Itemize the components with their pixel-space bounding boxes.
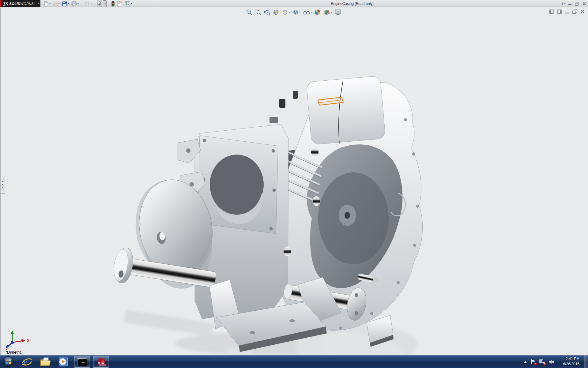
network-button[interactable]: ✕ (539, 359, 545, 365)
new-document-button[interactable]: ▾ (43, 0, 51, 7)
boss (270, 117, 278, 123)
window-title: EngineCasing [Read-only] (331, 2, 373, 6)
quick-access-toolbar: ▾ ▾ ▾ ▾ ▾ ▾ (43, 0, 133, 7)
rebuild-button[interactable] (111, 0, 115, 7)
options-button[interactable]: ▾ (124, 0, 133, 7)
taskbar-command-prompt[interactable]: C:\ (74, 356, 90, 368)
open-button[interactable]: ▾ (52, 0, 61, 7)
view-settings-button[interactable]: ▾ (334, 9, 344, 16)
options-dropdown-arrow-icon[interactable]: ▾ (131, 2, 132, 5)
restore-button[interactable] (575, 2, 579, 6)
orientation-triad: X (3, 330, 31, 350)
graphics-area[interactable]: ▾ ▾ ▾ ▾ ▾ (0, 8, 588, 355)
undo-icon (84, 1, 90, 6)
hide-show-items-icon (303, 9, 310, 16)
collapse-left-pane-button[interactable] (549, 10, 554, 14)
select-dropdown-arrow-icon: ▾ (104, 2, 106, 5)
toolbar-strip-divider (1, 17, 588, 17)
zoom-to-fit-icon (246, 9, 253, 16)
block-bolt (284, 247, 291, 256)
help-dropdown-arrow-icon[interactable]: ▾ (564, 2, 565, 5)
select-button[interactable] (97, 0, 102, 7)
display-style-dropdown-icon[interactable]: ▾ (300, 11, 301, 13)
close-icon (582, 2, 586, 6)
view-orientation-label: *Dimetric (6, 350, 22, 355)
expand-pane-arrow-icon (2, 181, 3, 182)
volume-button[interactable] (548, 359, 554, 365)
close-button[interactable] (582, 2, 586, 6)
taskbar-media-player[interactable] (56, 356, 72, 368)
triad-x-label: X (27, 339, 29, 343)
heads-up-view-toolbar: ▾ ▾ ▾ ▾ ▾ (246, 9, 344, 16)
zoom-to-fit-button[interactable] (246, 9, 253, 16)
solidworks-2015-icon: S W 2015 (96, 357, 106, 367)
media-player-icon (58, 357, 69, 367)
show-desktop-button[interactable] (584, 355, 588, 368)
network-error-badge: ✕ (543, 362, 546, 365)
zoom-to-area-icon (255, 9, 262, 16)
new-dropdown-arrow-icon[interactable]: ▾ (49, 2, 51, 5)
action-center-button[interactable]: ✕ (530, 359, 536, 365)
view-orientation-icon (281, 9, 288, 16)
hide-show-items-button[interactable]: ▾ (303, 9, 312, 16)
print-button[interactable]: ▾ (71, 0, 79, 7)
view-settings-dropdown-icon[interactable]: ▾ (342, 11, 344, 13)
apply-scene-dropdown-icon[interactable]: ▾ (331, 11, 332, 13)
taskbar-internet-explorer[interactable]: e (19, 356, 35, 368)
apply-scene-icon (323, 9, 330, 16)
restore-icon (575, 2, 579, 6)
print-dropdown-arrow-icon[interactable]: ▾ (77, 2, 79, 5)
edit-appearance-icon (314, 9, 321, 16)
view-orientation-button[interactable]: ▾ (281, 9, 290, 16)
expand-pane-arrow-icon (2, 184, 3, 186)
windows-taskbar: e (0, 355, 588, 368)
block-bolt (311, 147, 318, 157)
internet-explorer-icon: e (22, 357, 32, 367)
select-dropdown-button[interactable]: ▾ (103, 0, 107, 7)
stud (293, 91, 298, 99)
zoom-to-area-button[interactable] (254, 9, 262, 16)
taskbar-clock[interactable]: 2:41 PM 6/26/2015 (556, 356, 579, 367)
menu-expand-arrow-icon[interactable] (38, 2, 39, 5)
select-cursor-icon (97, 0, 102, 6)
new-document-icon (43, 1, 49, 6)
solidworks-year-badge: 2015 (100, 363, 106, 366)
minimize-button[interactable] (568, 2, 572, 6)
clock-time: 2:41 PM (556, 356, 579, 362)
taskbar-solidworks[interactable]: S W 2015 (93, 356, 109, 368)
taskbar-windows-explorer[interactable] (37, 356, 53, 368)
save-floppy-icon (62, 1, 67, 6)
expand-pane-arrow-icon (2, 187, 3, 189)
start-button[interactable] (1, 356, 15, 368)
folder-icon (40, 357, 51, 367)
collapse-right-pane-button[interactable] (557, 10, 562, 14)
help-button[interactable]: ? ▾ (561, 1, 565, 6)
minimize-document-button[interactable] (565, 10, 569, 14)
save-dropdown-arrow-icon[interactable]: ▾ (68, 2, 69, 5)
help-icon: ? (561, 1, 564, 6)
edit-appearance-button[interactable] (314, 9, 321, 16)
solidworks-wordmark: SOLIDWORKS (9, 2, 34, 6)
logo-red-stripe (0, 0, 1, 7)
previous-view-icon (264, 9, 270, 16)
undo-button: ▾ (84, 0, 92, 7)
show-hidden-icons-button[interactable] (523, 360, 527, 363)
close-document-button[interactable] (580, 10, 585, 14)
view-orientation-dropdown-icon[interactable]: ▾ (289, 11, 290, 13)
hide-show-dropdown-icon[interactable]: ▾ (311, 11, 312, 13)
options-checklist-icon (125, 1, 130, 6)
solidworks-menu-button[interactable]: ƷS SOLIDWORKS (0, 0, 40, 7)
display-style-icon (292, 9, 299, 16)
restore-document-button[interactable] (572, 10, 577, 14)
file-properties-button[interactable] (116, 0, 123, 7)
save-button[interactable]: ▾ (62, 0, 70, 7)
section-view-button[interactable] (272, 9, 280, 16)
previous-view-button[interactable] (263, 9, 271, 16)
display-style-button[interactable]: ▾ (292, 9, 301, 16)
file-properties-icon (117, 1, 123, 6)
feature-manager-collapsed-tab[interactable] (1, 176, 5, 194)
open-dropdown-arrow-icon: ▾ (59, 2, 60, 5)
model-engine-casing[interactable] (108, 74, 423, 355)
cylinder-mount[interactable] (270, 76, 386, 145)
apply-scene-button[interactable]: ▾ (323, 9, 333, 16)
